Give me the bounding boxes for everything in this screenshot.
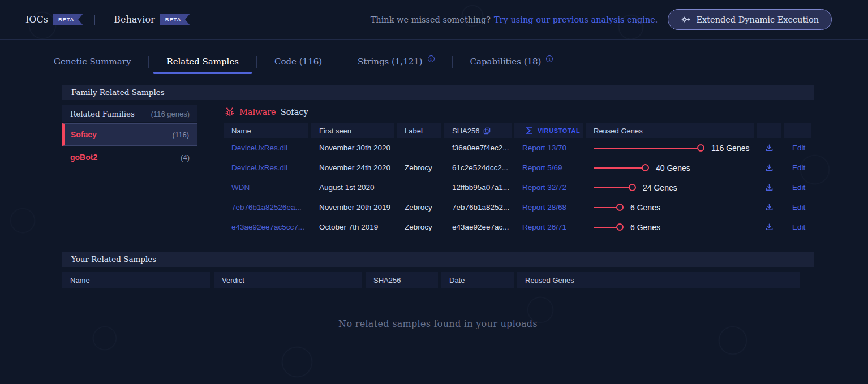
download-icon xyxy=(765,203,774,212)
virustotal-label: VIRUSTOTAL xyxy=(538,127,580,134)
your-samples-header-row: Name Verdict SHA256 Date Reused Genes xyxy=(62,272,814,288)
topbar-nav-iocs[interactable]: IOCs BETA xyxy=(25,14,83,25)
genes-count: 24 Genes xyxy=(643,183,677,192)
tab-label: Code (116) xyxy=(274,57,322,67)
edit-link[interactable]: Edit xyxy=(784,158,811,178)
column-header-name: Name xyxy=(62,272,210,288)
download-button[interactable] xyxy=(757,217,781,237)
tab-related-samples[interactable]: Related Samples xyxy=(149,51,256,74)
download-button[interactable] xyxy=(757,197,781,217)
topbar-actions: Think we missed something? Try using our… xyxy=(371,9,832,30)
sample-name-link[interactable]: DeviceUxRes.dll xyxy=(224,158,308,178)
virustotal-report-link[interactable]: Report 13/70 xyxy=(514,138,583,158)
related-families-genes-count: (116 genes) xyxy=(151,110,190,118)
column-header-download xyxy=(757,123,781,138)
edit-link[interactable]: Edit xyxy=(784,138,811,158)
hint-text: Think we missed something? xyxy=(371,15,491,24)
genes-count: 116 Genes xyxy=(711,144,749,153)
tab-bar: Genetic Summary Related Samples Code (11… xyxy=(36,51,868,74)
virustotal-report-link[interactable]: Report 32/72 xyxy=(514,178,583,197)
tab-code-116[interactable]: Code (116) xyxy=(257,51,340,74)
family-name: Sofacy xyxy=(71,130,97,139)
download-icon xyxy=(765,144,774,152)
sample-first-seen: October 7th 2019 xyxy=(311,217,394,237)
family-samples-table: Malware Sofacy Name First seen Label SHA… xyxy=(224,105,814,237)
genes-slider-knob[interactable] xyxy=(629,184,636,191)
family-count: (116) xyxy=(173,131,189,139)
sample-name-link[interactable]: WDN xyxy=(224,178,308,197)
copy-icon[interactable] xyxy=(483,127,491,135)
sample-sha256: f36a0ee7f4ec2... xyxy=(444,138,512,158)
reused-genes-cell: 24 Genes xyxy=(586,178,754,197)
button-label: Extended Dynamic Execution xyxy=(696,15,819,24)
your-related-samples-header: Your Related Samples xyxy=(62,252,814,267)
tab-strings-1-121[interactable]: Strings (1,121) xyxy=(340,51,452,74)
divider xyxy=(8,15,8,25)
previous-engine-link[interactable]: Try using our previous analysis engine. xyxy=(494,15,658,24)
reused-genes-cell: 6 Genes xyxy=(586,197,754,217)
family-related-samples-header: Family Related Samples xyxy=(62,85,814,100)
genes-slider-knob[interactable] xyxy=(616,223,624,231)
beta-nav: IOCs BETA Behavior BETA xyxy=(25,14,190,25)
family-item-gobot2[interactable]: goBot2 (4) xyxy=(62,146,197,169)
column-header-name: Name xyxy=(224,123,308,138)
malware-family-title: Malware Sofacy xyxy=(225,105,814,119)
genes-slider-line xyxy=(594,148,698,149)
download-button[interactable] xyxy=(757,138,781,158)
genes-slider-line xyxy=(594,227,617,228)
sample-name-link[interactable]: DeviceUxRes.dll xyxy=(224,138,308,158)
sample-name-link[interactable]: e43ae92ee7ac5cc7... xyxy=(224,217,308,237)
tab-capabilities-18[interactable]: Capabilities (18) xyxy=(453,51,571,74)
genes-slider-line xyxy=(594,167,643,169)
tab-genetic-summary[interactable]: Genetic Summary xyxy=(36,51,148,74)
info-icon[interactable] xyxy=(546,55,553,62)
genes-count: 6 Genes xyxy=(630,223,660,232)
related-families-header: Related Families (116 genes) xyxy=(62,105,197,122)
reused-genes-cell: 6 Genes xyxy=(586,217,754,237)
genes-slider-knob[interactable] xyxy=(697,144,704,152)
related-families-title: Related Families xyxy=(70,109,135,118)
genes-count: 40 Genes xyxy=(656,163,690,172)
tab-label: Related Samples xyxy=(166,57,239,67)
reused-genes-cell: 40 Genes xyxy=(586,158,754,178)
sha256-label: SHA256 xyxy=(452,127,479,135)
sample-row: e43ae92ee7ac5cc7... October 7th 2019 Zeb… xyxy=(224,217,814,237)
download-icon xyxy=(765,223,774,231)
edit-link[interactable]: Edit xyxy=(784,217,811,237)
download-button[interactable] xyxy=(757,158,781,178)
gear-arrow-icon xyxy=(681,15,691,24)
virustotal-report-link[interactable]: Report 26/71 xyxy=(514,217,583,237)
edit-link[interactable]: Edit xyxy=(784,197,811,217)
table-header-row: Name First seen Label SHA256 xyxy=(224,123,814,138)
info-icon[interactable] xyxy=(428,55,435,62)
sample-first-seen: November 20th 2019 xyxy=(311,197,394,217)
virustotal-report-link[interactable]: Report 5/69 xyxy=(514,158,583,178)
sample-name-link[interactable]: 7eb76b1a82526ea... xyxy=(224,197,308,217)
column-header-label: Label xyxy=(397,123,441,138)
column-header-reused-genes: Reused Genes xyxy=(517,272,800,288)
divider xyxy=(94,15,95,25)
extended-dynamic-execution-button[interactable]: Extended Dynamic Execution xyxy=(668,9,832,30)
genes-slider-line xyxy=(594,187,630,188)
column-header-verdict: Verdict xyxy=(214,272,362,288)
topbar-nav: IOCs BETA Behavior BETA xyxy=(8,14,190,25)
virustotal-report-link[interactable]: Report 28/68 xyxy=(514,197,583,217)
genes-slider-knob[interactable] xyxy=(642,164,649,171)
edit-link[interactable]: Edit xyxy=(784,178,811,197)
topbar: IOCs BETA Behavior BETA Think we missed … xyxy=(0,0,868,40)
genes-slider-line xyxy=(594,207,617,208)
sample-first-seen: August 1st 2020 xyxy=(311,178,394,197)
sample-label xyxy=(397,138,441,158)
download-icon xyxy=(765,183,774,192)
family-item-sofacy[interactable]: Sofacy (116) xyxy=(62,123,197,146)
nav-label: IOCs xyxy=(25,14,48,25)
genes-slider-knob[interactable] xyxy=(616,204,624,211)
sample-row: DeviceUxRes.dll November 30th 2020 f36a0… xyxy=(224,138,814,158)
sample-sha256: e43ae92ee7ac... xyxy=(444,217,512,237)
tab-label: Capabilities (18) xyxy=(470,57,542,67)
column-header-virustotal[interactable]: VIRUSTOTAL xyxy=(514,123,583,138)
download-icon xyxy=(765,163,774,172)
related-samples-panel: Family Related Samples Related Families … xyxy=(62,85,814,329)
topbar-nav-behavior[interactable]: Behavior BETA xyxy=(114,14,190,25)
download-button[interactable] xyxy=(757,178,781,197)
